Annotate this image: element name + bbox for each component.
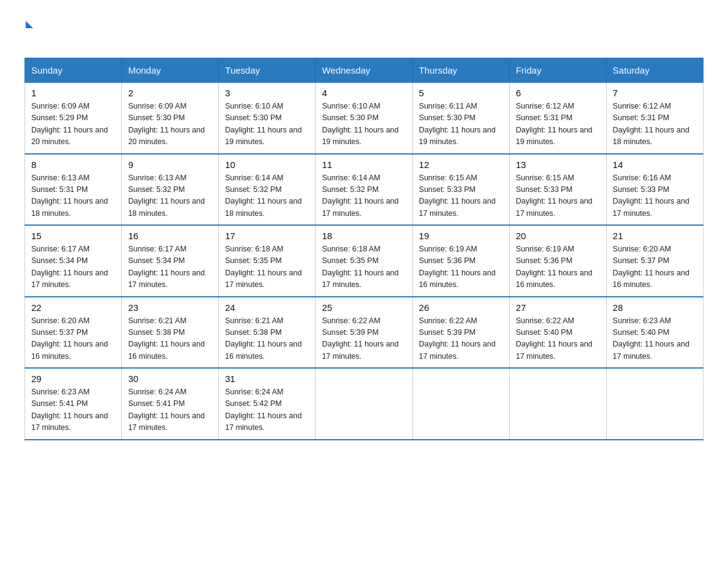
day-number: 15 [31,231,115,241]
header-monday: Monday [122,58,219,82]
day-number: 17 [225,231,309,241]
day-number: 29 [31,373,115,384]
day-number: 10 [225,159,309,170]
header-thursday: Thursday [412,58,509,82]
calendar-cell: 6Sunrise: 6:12 AMSunset: 5:31 PMDaylight… [509,82,606,154]
header-row: SundayMondayTuesdayWednesdayThursdayFrid… [25,58,703,82]
calendar-cell: 29Sunrise: 6:23 AMSunset: 5:41 PMDayligh… [25,368,122,440]
calendar-cell: 15Sunrise: 6:17 AMSunset: 5:34 PMDayligh… [25,225,122,297]
calendar-cell: 8Sunrise: 6:13 AMSunset: 5:31 PMDaylight… [25,154,122,226]
calendar-cell: 2Sunrise: 6:09 AMSunset: 5:30 PMDaylight… [122,82,219,154]
calendar-cell: 24Sunrise: 6:21 AMSunset: 5:38 PMDayligh… [219,297,316,369]
day-number: 6 [516,88,600,98]
day-number: 13 [516,159,600,170]
calendar-cell [606,368,703,440]
header-friday: Friday [509,58,606,82]
day-number: 30 [128,373,212,384]
calendar-cell: 26Sunrise: 6:22 AMSunset: 5:39 PMDayligh… [412,297,509,369]
calendar-cell: 23Sunrise: 6:21 AMSunset: 5:38 PMDayligh… [122,297,219,369]
calendar-cell: 13Sunrise: 6:15 AMSunset: 5:33 PMDayligh… [509,154,606,226]
day-number: 8 [31,159,115,170]
calendar-cell: 19Sunrise: 6:19 AMSunset: 5:36 PMDayligh… [412,225,509,297]
day-number: 31 [225,373,309,384]
day-info: Sunrise: 6:09 AMSunset: 5:29 PMDaylight:… [31,102,108,146]
day-number: 22 [31,302,115,313]
calendar-cell: 28Sunrise: 6:23 AMSunset: 5:40 PMDayligh… [606,297,703,369]
day-number: 3 [225,88,309,98]
day-number: 7 [613,88,697,98]
day-info: Sunrise: 6:21 AMSunset: 5:38 PMDaylight:… [225,316,301,361]
calendar-cell: 30Sunrise: 6:24 AMSunset: 5:41 PMDayligh… [122,368,219,440]
calendar-cell [412,368,509,440]
calendar-cell: 9Sunrise: 6:13 AMSunset: 5:32 PMDaylight… [122,154,219,226]
calendar-cell: 12Sunrise: 6:15 AMSunset: 5:33 PMDayligh… [412,154,509,226]
calendar-cell: 16Sunrise: 6:17 AMSunset: 5:34 PMDayligh… [122,225,219,297]
day-number: 2 [128,88,212,98]
week-row-2: 8Sunrise: 6:13 AMSunset: 5:31 PMDaylight… [25,154,703,226]
week-row-4: 22Sunrise: 6:20 AMSunset: 5:37 PMDayligh… [25,297,703,369]
day-info: Sunrise: 6:24 AMSunset: 5:42 PMDaylight:… [225,388,301,432]
header-wednesday: Wednesday [316,58,412,82]
day-number: 24 [225,302,309,313]
day-info: Sunrise: 6:10 AMSunset: 5:30 PMDaylight:… [322,102,398,146]
day-number: 5 [419,88,503,98]
header-tuesday: Tuesday [219,58,316,82]
week-row-5: 29Sunrise: 6:23 AMSunset: 5:41 PMDayligh… [25,368,703,440]
calendar-cell: 31Sunrise: 6:24 AMSunset: 5:42 PMDayligh… [219,368,316,440]
day-info: Sunrise: 6:23 AMSunset: 5:41 PMDaylight:… [31,388,108,432]
day-info: Sunrise: 6:15 AMSunset: 5:33 PMDaylight:… [516,174,593,218]
logo [25,18,33,45]
day-info: Sunrise: 6:22 AMSunset: 5:39 PMDaylight:… [419,316,496,361]
day-info: Sunrise: 6:13 AMSunset: 5:32 PMDaylight:… [128,174,205,218]
calendar-cell: 27Sunrise: 6:22 AMSunset: 5:40 PMDayligh… [509,297,606,369]
day-number: 25 [322,302,406,313]
logo-triangle-icon [26,21,33,28]
day-number: 4 [322,88,406,98]
day-info: Sunrise: 6:18 AMSunset: 5:35 PMDaylight:… [322,245,398,289]
calendar-cell: 10Sunrise: 6:14 AMSunset: 5:32 PMDayligh… [219,154,316,226]
day-info: Sunrise: 6:22 AMSunset: 5:40 PMDaylight:… [516,316,593,361]
day-number: 1 [31,88,115,98]
day-info: Sunrise: 6:12 AMSunset: 5:31 PMDaylight:… [516,102,593,146]
calendar-cell: 5Sunrise: 6:11 AMSunset: 5:30 PMDaylight… [412,82,509,154]
calendar-cell [316,368,412,440]
day-info: Sunrise: 6:12 AMSunset: 5:31 PMDaylight:… [613,102,689,146]
day-number: 16 [128,231,212,241]
day-info: Sunrise: 6:19 AMSunset: 5:36 PMDaylight:… [516,245,593,289]
calendar-cell: 4Sunrise: 6:10 AMSunset: 5:30 PMDaylight… [316,82,412,154]
calendar-table: SundayMondayTuesdayWednesdayThursdayFrid… [25,58,703,440]
day-info: Sunrise: 6:19 AMSunset: 5:36 PMDaylight:… [419,245,496,289]
page-header [25,18,703,45]
day-number: 28 [613,302,697,313]
day-info: Sunrise: 6:14 AMSunset: 5:32 PMDaylight:… [225,174,301,218]
calendar-cell: 3Sunrise: 6:10 AMSunset: 5:30 PMDaylight… [219,82,316,154]
day-info: Sunrise: 6:13 AMSunset: 5:31 PMDaylight:… [31,174,108,218]
day-number: 26 [419,302,503,313]
day-info: Sunrise: 6:15 AMSunset: 5:33 PMDaylight:… [419,174,496,218]
day-number: 12 [419,159,503,170]
day-number: 18 [322,231,406,241]
day-number: 27 [516,302,600,313]
day-number: 9 [128,159,212,170]
day-info: Sunrise: 6:21 AMSunset: 5:38 PMDaylight:… [128,316,205,361]
week-row-3: 15Sunrise: 6:17 AMSunset: 5:34 PMDayligh… [25,225,703,297]
calendar-cell: 11Sunrise: 6:14 AMSunset: 5:32 PMDayligh… [316,154,412,226]
day-info: Sunrise: 6:11 AMSunset: 5:30 PMDaylight:… [419,102,496,146]
calendar-cell: 20Sunrise: 6:19 AMSunset: 5:36 PMDayligh… [509,225,606,297]
day-info: Sunrise: 6:17 AMSunset: 5:34 PMDaylight:… [31,245,108,289]
day-info: Sunrise: 6:24 AMSunset: 5:41 PMDaylight:… [128,388,205,432]
day-number: 19 [419,231,503,241]
day-info: Sunrise: 6:22 AMSunset: 5:39 PMDaylight:… [322,316,398,361]
day-info: Sunrise: 6:14 AMSunset: 5:32 PMDaylight:… [322,174,398,218]
day-number: 11 [322,159,406,170]
header-saturday: Saturday [606,58,703,82]
day-number: 14 [613,159,697,170]
calendar-cell: 18Sunrise: 6:18 AMSunset: 5:35 PMDayligh… [316,225,412,297]
day-info: Sunrise: 6:09 AMSunset: 5:30 PMDaylight:… [128,102,205,146]
day-info: Sunrise: 6:17 AMSunset: 5:34 PMDaylight:… [128,245,205,289]
calendar-cell [509,368,606,440]
day-number: 20 [516,231,600,241]
calendar-cell: 21Sunrise: 6:20 AMSunset: 5:37 PMDayligh… [606,225,703,297]
day-info: Sunrise: 6:16 AMSunset: 5:33 PMDaylight:… [613,174,689,218]
day-info: Sunrise: 6:10 AMSunset: 5:30 PMDaylight:… [225,102,301,146]
